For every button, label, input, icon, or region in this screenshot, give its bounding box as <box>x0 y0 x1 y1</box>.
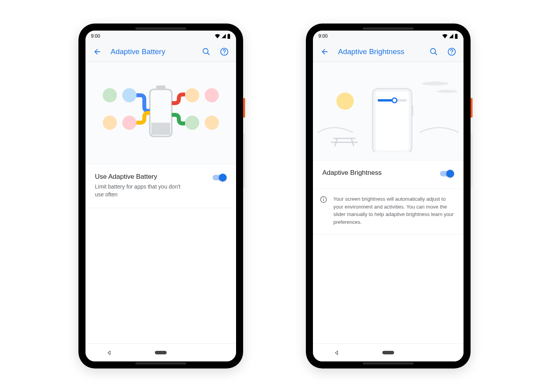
app-bar: Adaptive Brightness <box>313 42 464 62</box>
svg-point-12 <box>205 88 219 102</box>
svg-point-15 <box>431 48 436 53</box>
setting-adaptive-brightness[interactable]: Adaptive Brightness <box>313 160 464 189</box>
power-button[interactable] <box>243 98 245 118</box>
info-note: Your screen brightness will automaticall… <box>313 189 464 235</box>
svg-point-20 <box>437 90 457 93</box>
svg-point-19 <box>422 82 449 85</box>
screen: 9:00 Adaptive Battery <box>85 31 236 361</box>
battery-icon <box>227 34 231 39</box>
svg-point-18 <box>451 53 452 54</box>
app-bar: Adaptive Battery <box>85 42 236 62</box>
page-title: Adaptive Brightness <box>335 47 424 56</box>
volume-rocker[interactable] <box>243 133 245 188</box>
navigation-bar <box>85 343 236 361</box>
help-icon <box>447 47 456 56</box>
svg-point-11 <box>185 88 199 102</box>
status-bar: 9:00 <box>313 31 464 42</box>
nav-home-pill[interactable] <box>155 351 167 354</box>
svg-point-0 <box>203 48 208 53</box>
status-time: 9:00 <box>91 33 100 39</box>
search-button[interactable] <box>426 44 442 60</box>
search-icon <box>429 47 438 56</box>
volume-rocker[interactable] <box>471 133 473 188</box>
info-icon <box>320 196 327 203</box>
svg-point-3 <box>224 53 225 54</box>
status-icons <box>215 34 231 39</box>
svg-point-30 <box>392 98 397 103</box>
svg-line-16 <box>435 53 437 55</box>
svg-point-34 <box>323 198 324 199</box>
svg-rect-5 <box>156 85 165 90</box>
setting-use-adaptive-battery[interactable]: Use Adaptive Battery Limit battery for a… <box>85 164 236 208</box>
wifi-icon <box>442 34 448 38</box>
status-bar: 9:00 <box>85 31 236 42</box>
svg-rect-31 <box>412 105 413 116</box>
svg-point-13 <box>185 116 199 130</box>
svg-point-10 <box>122 116 136 130</box>
cellular-icon <box>221 34 226 38</box>
power-button[interactable] <box>471 98 473 118</box>
back-button[interactable] <box>317 44 333 60</box>
back-button[interactable] <box>89 44 105 60</box>
hero-illustration <box>85 62 236 164</box>
setting-subtitle: Limit battery for apps that you don't us… <box>95 183 189 198</box>
battery-icon <box>454 34 458 39</box>
svg-line-1 <box>207 53 210 55</box>
toggle-switch[interactable] <box>440 170 454 178</box>
svg-point-7 <box>103 88 117 102</box>
svg-rect-6 <box>151 123 170 135</box>
svg-point-14 <box>205 116 219 130</box>
arrow-back-icon <box>320 47 329 56</box>
screen: 9:00 Adaptive Brightness <box>313 31 464 361</box>
info-text: Your screen brightness will automaticall… <box>333 195 455 226</box>
search-icon <box>202 47 211 56</box>
svg-point-9 <box>103 116 117 130</box>
help-icon <box>220 47 229 56</box>
setting-title: Adaptive Brightness <box>322 169 434 177</box>
nav-home-pill[interactable] <box>382 351 394 354</box>
search-button[interactable] <box>198 44 214 60</box>
svg-point-21 <box>336 93 354 110</box>
nav-back-icon[interactable] <box>334 350 339 356</box>
status-icons <box>442 34 458 39</box>
cellular-icon <box>449 34 454 38</box>
help-button[interactable] <box>216 44 232 60</box>
toggle-switch[interactable] <box>213 174 227 181</box>
status-time: 9:00 <box>318 33 327 39</box>
hero-illustration <box>313 62 464 160</box>
phone-frame: 9:00 Adaptive Brightness <box>306 24 471 368</box>
page-title: Adaptive Battery <box>107 47 196 56</box>
navigation-bar <box>313 343 464 361</box>
phone-frame: 9:00 Adaptive Battery <box>78 24 243 368</box>
wifi-icon <box>215 34 220 38</box>
help-button[interactable] <box>444 44 460 60</box>
arrow-back-icon <box>93 47 102 56</box>
setting-title: Use Adaptive Battery <box>95 173 207 181</box>
nav-back-icon[interactable] <box>106 350 112 356</box>
svg-point-8 <box>122 88 136 102</box>
